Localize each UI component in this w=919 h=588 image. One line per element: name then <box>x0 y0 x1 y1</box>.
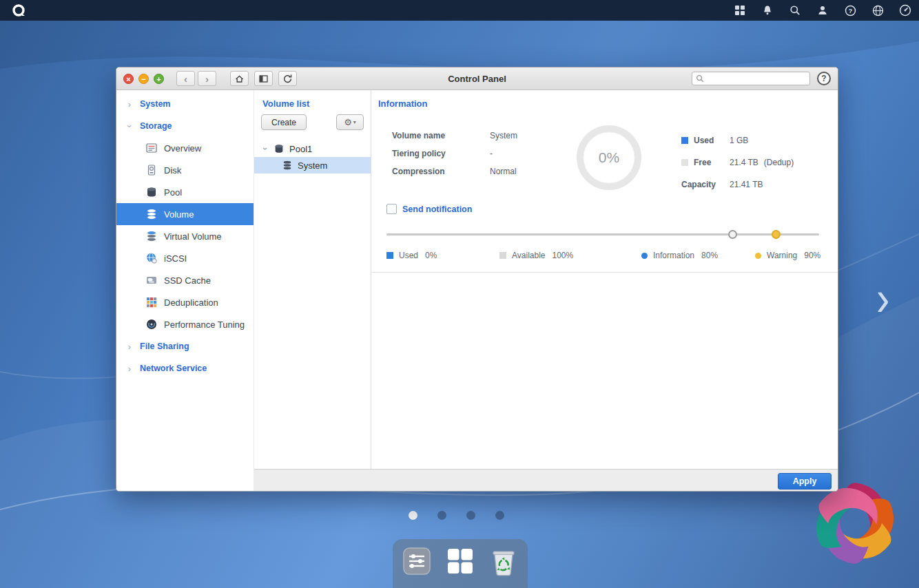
performance-tuning-icon <box>145 318 158 330</box>
window-help-button[interactable]: ? <box>817 72 831 85</box>
maximize-button[interactable]: + <box>154 74 164 84</box>
usage-percent-label: 0% <box>576 125 642 191</box>
chevron-down-icon: › <box>260 145 270 153</box>
close-button[interactable]: × <box>123 74 134 84</box>
topbar: ? <box>0 0 919 21</box>
sidebar-item-disk[interactable]: Disk <box>116 159 254 181</box>
backup-station-icon[interactable] <box>401 545 433 577</box>
window-body: › System › Storage Overview Disk <box>116 90 838 492</box>
sidebar-item-virtual-volume[interactable]: Virtual Volume <box>116 225 254 247</box>
apply-button[interactable]: Apply <box>778 473 832 490</box>
language-globe-icon[interactable] <box>871 3 885 17</box>
send-notification-checkbox[interactable] <box>386 204 397 214</box>
legend-used: Used 1 GB <box>681 136 748 145</box>
pool-icon <box>145 186 158 198</box>
tree-row-pool1[interactable]: › Pool1 <box>254 140 371 157</box>
svg-text:SSD: SSD <box>149 281 154 284</box>
threshold-slider[interactable] <box>386 233 819 235</box>
dock <box>393 539 528 588</box>
chevron-right-icon: › <box>125 364 134 374</box>
page-dot-3[interactable] <box>466 511 475 520</box>
back-button[interactable]: ‹ <box>176 71 195 86</box>
sidebar-group-network-service[interactable]: › Network Service <box>116 357 254 379</box>
recycle-bin-icon[interactable] <box>488 545 519 577</box>
information-threshold-handle[interactable] <box>728 230 737 239</box>
chevron-down-icon: › <box>125 121 135 131</box>
gear-icon: ⚙ <box>344 117 352 127</box>
notifications-bell-icon[interactable] <box>761 3 774 17</box>
home-button[interactable] <box>230 71 249 86</box>
search-input[interactable] <box>704 74 806 83</box>
minimize-button[interactable]: − <box>138 74 149 84</box>
sidebar: › System › Storage Overview Disk <box>116 90 254 492</box>
user-icon[interactable] <box>816 3 829 17</box>
field-compression: Compression Normal <box>392 167 517 176</box>
field-tiering-policy: Tiering policy - <box>392 149 493 158</box>
main-menu-grid-icon[interactable] <box>444 545 476 577</box>
information-title: Information <box>378 98 428 109</box>
free-swatch <box>681 159 688 166</box>
help-icon[interactable]: ? <box>843 3 857 17</box>
refresh-button[interactable] <box>278 71 297 86</box>
warning-swatch <box>755 253 761 259</box>
overview-icon <box>145 142 158 154</box>
create-button[interactable]: Create <box>261 114 307 130</box>
page-dot-2[interactable] <box>437 511 446 520</box>
volume-icon <box>282 160 293 171</box>
topbar-icons: ? <box>733 3 912 17</box>
page-dot-1[interactable] <box>409 511 417 520</box>
volume-tree: › Pool1 System <box>254 140 371 174</box>
deduplication-icon <box>145 296 158 308</box>
used-swatch <box>681 137 688 144</box>
warning-threshold-handle[interactable] <box>772 230 781 239</box>
send-notification-option[interactable]: Send notification <box>386 204 472 214</box>
resource-monitor-icon[interactable] <box>898 3 912 17</box>
tree-row-system-volume[interactable]: System <box>254 157 371 174</box>
volume-list-title: Volume list <box>262 98 309 109</box>
window-titlebar[interactable]: Control Panel × − + ‹ › ? <box>116 67 838 90</box>
threshold-legend-warning: Warning 90% <box>755 251 820 260</box>
section-divider <box>371 272 838 273</box>
legend-free: Free 21.4 TB (Dedup) <box>681 158 794 167</box>
sidebar-item-volume[interactable]: Volume <box>116 203 254 225</box>
iscsi-icon <box>145 252 158 264</box>
sidebar-item-overview[interactable]: Overview <box>116 137 254 159</box>
sidebar-group-storage[interactable]: › Storage <box>116 115 254 137</box>
control-panel-window: Control Panel × − + ‹ › ? › System <box>116 67 838 492</box>
information-panel: Information Volume name System Tiering p… <box>371 90 838 469</box>
ssd-cache-icon: SSD <box>145 274 158 286</box>
threshold-legend-available: Available 100% <box>499 251 573 260</box>
apps-grid-icon[interactable] <box>733 3 747 17</box>
actions-dropdown-button[interactable]: ⚙ ▾ <box>336 114 364 130</box>
disk-icon <box>145 164 158 176</box>
sidebar-item-ssd-cache[interactable]: SSD SSD Cache <box>116 269 254 291</box>
threshold-legend-used: Used 0% <box>386 251 437 260</box>
window-bottom-bar: Apply <box>254 469 838 492</box>
usage-donut-chart: 0% <box>576 125 642 191</box>
legend-capacity: Capacity 21.41 TB <box>681 180 763 189</box>
window-search-box[interactable] <box>692 72 810 85</box>
svg-text:?: ? <box>848 7 852 14</box>
chevron-right-icon: › <box>125 99 134 109</box>
volume-icon <box>145 208 158 220</box>
volume-list-panel: Volume list Create ⚙ ▾ › Pool1 <box>254 90 371 469</box>
sidebar-item-pool[interactable]: Pool <box>116 181 254 203</box>
search-icon[interactable] <box>788 3 802 17</box>
threshold-legend-information: Information 80% <box>641 251 718 260</box>
sidebar-item-iscsi[interactable]: iSCSI <box>116 247 254 269</box>
field-volume-name: Volume name System <box>392 131 517 140</box>
information-swatch <box>641 253 648 259</box>
page-dot-4[interactable] <box>495 511 504 520</box>
sidebar-item-performance-tuning[interactable]: Performance Tuning <box>116 313 254 335</box>
available-swatch <box>499 252 506 259</box>
split-panel-button[interactable] <box>254 71 273 86</box>
forward-button[interactable]: › <box>198 71 216 86</box>
sidebar-item-deduplication[interactable]: Deduplication <box>116 291 254 313</box>
next-page-chevron-icon[interactable]: › <box>876 273 889 324</box>
used-swatch <box>386 252 393 259</box>
window-controls: × − + <box>123 74 164 84</box>
sidebar-group-system[interactable]: › System <box>116 93 254 115</box>
sidebar-group-file-sharing[interactable]: › File Sharing <box>116 335 254 357</box>
chevron-right-icon: › <box>125 342 134 352</box>
dropdown-arrow-icon: ▾ <box>353 119 356 125</box>
